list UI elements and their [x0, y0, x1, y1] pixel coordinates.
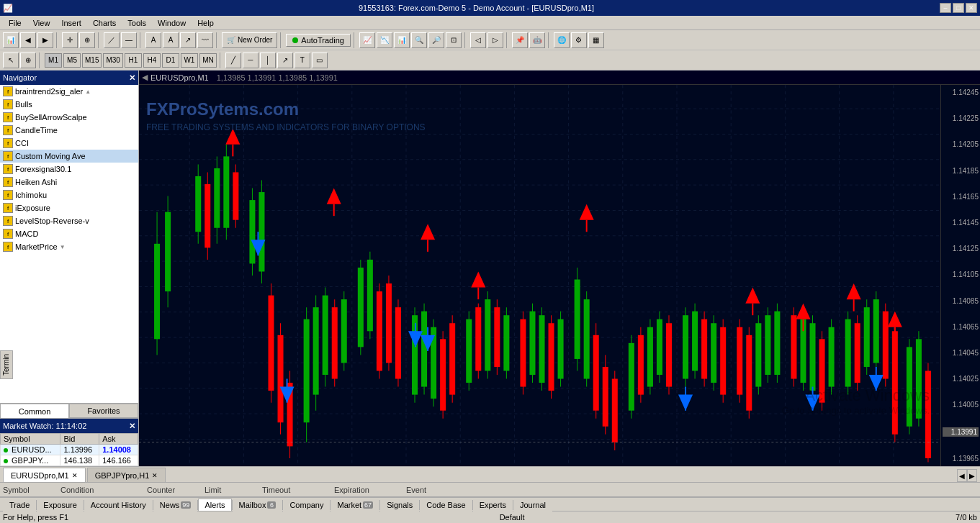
zoom-in-btn[interactable]: 🔍 — [411, 32, 427, 48]
tab-favorites[interactable]: Favorites — [69, 404, 138, 418]
bottom-tab-mailbox[interactable]: Mailbox 6 — [233, 499, 283, 511]
menu-tools[interactable]: Tools — [122, 17, 152, 29]
globe-btn[interactable]: 🌐 — [554, 32, 570, 48]
nav-item-forex30[interactable]: f Forexsignal30.1 — [0, 163, 138, 176]
crosshair-button[interactable]: ✛ — [62, 32, 78, 48]
draw-line-btn[interactable]: ╱ — [225, 53, 241, 68]
nav-item-candle[interactable]: f CandleTime — [0, 124, 138, 137]
tf-m15[interactable]: M15 — [82, 53, 102, 68]
menu-view[interactable]: View — [27, 17, 56, 29]
tab-prev-arrow[interactable]: ◀ — [957, 469, 967, 482]
nav-item-buysell[interactable]: f BuySellArrowScalpe — [0, 111, 138, 124]
minimize-button[interactable]: – — [940, 3, 951, 13]
bottom-tab-exposure[interactable]: Exposure — [37, 499, 83, 511]
settings-btn[interactable]: ⚙ — [571, 32, 587, 48]
bottom-tab-experts[interactable]: Experts — [473, 499, 513, 511]
mw-col-symbol: Symbol — [1, 434, 60, 445]
nav-item-cci[interactable]: f CCI — [0, 137, 138, 150]
draw-vline-btn[interactable]: │ — [260, 53, 276, 68]
chart-tab-gbpjpy-close[interactable]: ✕ — [152, 472, 158, 479]
navigator-close[interactable]: ✕ — [129, 73, 135, 83]
draw-hline-btn[interactable]: ─ — [243, 53, 259, 68]
menu-bar: File View Insert Charts Tools Window Hel… — [0, 16, 980, 30]
chart-type-btn[interactable]: 📈 — [359, 32, 375, 48]
svg-rect-184 — [864, 307, 870, 367]
close-button[interactable]: ✕ — [966, 3, 977, 13]
zoom-button[interactable]: A — [145, 32, 161, 48]
tf-m5[interactable]: M5 — [63, 53, 81, 68]
bottom-tab-signals[interactable]: Signals — [380, 499, 419, 511]
mw-row-gbpjpy[interactable]: GBPJPY... 146.138 146.166 — [1, 455, 138, 466]
bottom-tab-history[interactable]: Account History — [84, 499, 153, 511]
new-order-button[interactable]: 🛒 New Order — [222, 32, 277, 48]
expert-btn[interactable]: 🤖 — [529, 32, 545, 48]
chart-candle-btn[interactable]: 📊 — [394, 32, 410, 48]
chart-tab-eurusd[interactable]: EURUSDpro,M1 ✕ — [3, 468, 86, 482]
nav-item-marketprice[interactable]: f MarketPrice ▼ — [0, 240, 138, 253]
menu-window[interactable]: Window — [152, 17, 192, 29]
tf-m1[interactable]: M1 — [45, 53, 62, 68]
crosshair2-button[interactable]: ⊕ — [79, 32, 95, 48]
line-button[interactable]: ／ — [104, 32, 120, 48]
draw-rect-btn[interactable]: ▭ — [312, 53, 328, 68]
maximize-button[interactable]: □ — [953, 3, 964, 13]
chart-line-btn[interactable]: 📉 — [377, 32, 392, 48]
hline-button[interactable]: — — [121, 32, 137, 48]
arrow-button[interactable]: ↗ — [180, 32, 196, 48]
draw-arrow-btn[interactable]: ↗ — [277, 53, 293, 68]
bottom-tab-alerts[interactable]: Alerts — [198, 499, 231, 511]
nav-item-level[interactable]: f LevelStop-Reverse-v — [0, 214, 138, 227]
cursor-btn[interactable]: ↖ — [3, 53, 19, 68]
nav-item-brain[interactable]: f braintrend2sig_aler ▲ — [0, 85, 138, 98]
tf-m30[interactable]: M30 — [103, 53, 122, 68]
termin-tab[interactable]: Termin — [0, 350, 13, 379]
bottom-tab-journal[interactable]: Journal — [513, 499, 552, 511]
tf-h4[interactable]: H4 — [143, 53, 161, 68]
autotrading-button[interactable]: AutoTrading — [286, 34, 351, 47]
tab-common[interactable]: Common — [0, 404, 69, 418]
nav-item-custom[interactable]: f Custom Moving Ave — [0, 150, 138, 163]
chart-tab-eurusd-close[interactable]: ✕ — [72, 472, 78, 479]
wave-button[interactable]: 〰 — [197, 32, 213, 48]
tab-next-arrow[interactable]: ▶ — [967, 469, 977, 482]
text-button[interactable]: A — [163, 32, 179, 48]
tf-h1[interactable]: H1 — [125, 53, 142, 68]
menu-insert[interactable]: Insert — [55, 17, 87, 29]
market-watch-close[interactable]: ✕ — [129, 422, 135, 431]
svg-rect-114 — [539, 315, 544, 383]
chart-canvas[interactable]: FXProSytems.com FREE TRADING SYSTEMS AND… — [139, 85, 980, 466]
nav-item-bulls[interactable]: f Bulls — [0, 98, 138, 111]
fit-btn[interactable]: ⊡ — [446, 32, 462, 48]
tf-d1[interactable]: D1 — [162, 53, 179, 68]
nav-item-iexposure[interactable]: f iExposure — [0, 201, 138, 214]
indicator-btn[interactable]: 📌 — [512, 32, 528, 48]
nav-item-macd[interactable]: f MACD — [0, 227, 138, 240]
menu-charts[interactable]: Charts — [87, 17, 122, 29]
svg-rect-198 — [907, 347, 912, 426]
bottom-tab-market[interactable]: Market 67 — [331, 499, 379, 511]
tf-w1[interactable]: W1 — [181, 53, 198, 68]
tf-mn[interactable]: MN — [199, 53, 217, 68]
nav-item-ichimoku[interactable]: f Ichimoku — [0, 188, 138, 201]
chart-area[interactable]: ◀ EURUSDpro,M1 1,13985 1,13991 1,13985 1… — [139, 71, 980, 466]
forward-button[interactable]: ▶ — [37, 32, 53, 48]
bottom-tab-trade[interactable]: Trade — [3, 499, 36, 511]
mw-row-eurusd[interactable]: EURUSD... 1.13996 1.14008 — [1, 445, 138, 455]
back-button[interactable]: ◀ — [20, 32, 36, 48]
nav-item-heiken[interactable]: f Heiken Ashi — [0, 176, 138, 188]
more-btn[interactable]: ▦ — [588, 32, 604, 48]
menu-file[interactable]: File — [3, 17, 27, 29]
bottom-tab-company[interactable]: Company — [283, 499, 330, 511]
crosshair3-btn[interactable]: ⊕ — [20, 53, 36, 68]
menu-help[interactable]: Help — [192, 17, 220, 29]
zoom-out-btn[interactable]: 🔎 — [428, 32, 444, 48]
bottom-tab-news[interactable]: News 99 — [153, 499, 198, 511]
svg-rect-72 — [358, 268, 364, 347]
bottom-tab-codebase[interactable]: Code Base — [420, 499, 472, 511]
svg-rect-74 — [367, 260, 373, 331]
draw-text-btn[interactable]: T — [295, 53, 310, 68]
scroll-left-btn[interactable]: ◁ — [470, 32, 486, 48]
scroll-right-btn[interactable]: ▷ — [487, 32, 503, 48]
chart-tab-gbpjpy[interactable]: GBPJPYpro,H1 ✕ — [87, 468, 166, 482]
new-chart-button[interactable]: 📊 — [3, 32, 19, 48]
